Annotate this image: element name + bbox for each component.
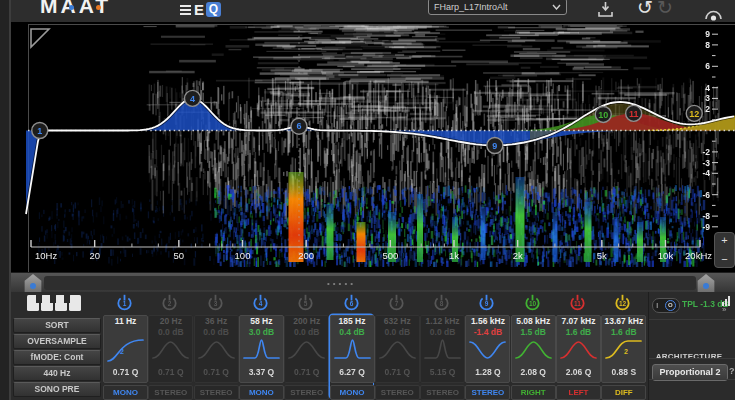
- band-11-channel-button[interactable]: LEFT: [556, 385, 601, 400]
- control-panel: SORTOVERSAMPLEfMODE: Cont440 HzSONO PRE …: [0, 292, 735, 400]
- freq-tick-50: 50: [174, 250, 185, 261]
- band-2-q: 0.71 Q: [149, 367, 192, 378]
- band-10-channel-button[interactable]: RIGHT: [511, 385, 556, 400]
- band-5-channel-button[interactable]: STEREO: [284, 385, 329, 400]
- band-10-panel[interactable]: 5.08 kHz1.5 dB2.08 Q: [511, 315, 556, 383]
- band-10-frequency: 5.08 kHz: [512, 316, 555, 327]
- band-9-power-button[interactable]: 9: [478, 294, 495, 311]
- save-preset-icon[interactable]: [597, 2, 614, 18]
- band-6-panel[interactable]: 185 Hz0.4 dB6.27 Q: [330, 315, 375, 383]
- band-12-frequency: 13.67 kHz: [602, 316, 645, 327]
- band-5-panel[interactable]: 200 Hz0.0 dB0.71 Q: [284, 315, 329, 383]
- freq-tick-20kHz: 20kHz: [685, 250, 712, 261]
- monitor-listen-icon[interactable]: [704, 6, 723, 21]
- scrollbar-track[interactable]: [44, 276, 696, 290]
- frequency-range-scrollbar[interactable]: •••••: [0, 272, 735, 294]
- band-3-panel[interactable]: 36 Hz0.0 dB0.71 Q: [194, 315, 239, 383]
- band-8-channel-button[interactable]: STEREO: [420, 385, 465, 400]
- band-8-curve-icon: [423, 337, 462, 363]
- band-3-power-button[interactable]: 3: [207, 294, 224, 311]
- svg-text:10: 10: [598, 110, 608, 120]
- freq-tick-5k: 5k: [597, 250, 607, 261]
- svg-text:11: 11: [574, 300, 581, 307]
- eq-handle-10[interactable]: 10: [595, 106, 611, 122]
- band-11-panel[interactable]: 7.07 kHz1.6 dB2.06 Q: [556, 315, 601, 383]
- db-tick--3: -3: [702, 158, 710, 168]
- band-9-body: 1.56 kHz-1.4 dB1.28 QSTEREO: [465, 315, 508, 398]
- band-8-panel[interactable]: 1.12 kHz0.0 dB5.15 Q: [420, 315, 465, 383]
- svg-text:12: 12: [689, 109, 699, 119]
- freq-tick-2k: 2k: [513, 250, 523, 261]
- band-7-q: 0.71 Q: [376, 367, 419, 378]
- db-tick--9: -9: [702, 222, 710, 232]
- eq-handle-12[interactable]: 12: [686, 105, 702, 121]
- band-9-panel[interactable]: 1.56 kHz-1.4 dB1.28 Q: [465, 315, 510, 383]
- eq-handle-1[interactable]: 1: [32, 123, 48, 139]
- band-4-curve-icon: [242, 337, 281, 363]
- band-5-power-button[interactable]: 5: [297, 294, 314, 311]
- eq-handle-11[interactable]: 11: [626, 105, 642, 121]
- window-edge-strip: [0, 0, 11, 400]
- band-12-panel[interactable]: 13.67 kHz1.6 dB20.88 S: [601, 315, 646, 383]
- band-4-power-button[interactable]: 4: [252, 294, 269, 311]
- band-2-panel[interactable]: 20 Hz0.0 dB0.71 Q: [148, 315, 193, 383]
- band-1-panel[interactable]: 11 Hz20.71 Q: [103, 315, 148, 383]
- zoom-in-button[interactable]: +: [715, 233, 734, 248]
- redo-icon[interactable]: ↻: [657, 0, 673, 19]
- eq-band-1: 111 Hz20.71 QMONO: [103, 292, 146, 398]
- band-2-power-button[interactable]: 2: [161, 294, 178, 311]
- band-7-power-button[interactable]: 7: [388, 294, 405, 311]
- band-4-panel[interactable]: 58 Hz3.0 dB3.37 Q: [239, 315, 284, 383]
- db-tick-4: 4: [705, 83, 710, 93]
- corner-triangle-icon[interactable]: [31, 29, 49, 47]
- band-6-frequency: 185 Hz: [331, 316, 374, 327]
- band-3-q: 0.71 Q: [195, 367, 238, 378]
- range-handle-left[interactable]: [22, 274, 44, 292]
- band-11-power-button[interactable]: 11: [569, 294, 586, 311]
- band-2-channel-button[interactable]: STEREO: [148, 385, 193, 400]
- eq-band-strip: 111 Hz20.71 QMONO220 Hz0.0 dB0.71 QSTERE…: [0, 292, 735, 400]
- eq-band-4: 458 Hz3.0 dB3.37 QMONO: [239, 292, 282, 398]
- band-1-power-button[interactable]: 1: [116, 294, 133, 311]
- theq-product-logo: E Q: [180, 1, 221, 18]
- band-4-frequency: 58 Hz: [240, 316, 283, 327]
- band-4-body: 58 Hz3.0 dB3.37 QMONO: [239, 315, 282, 398]
- eq-band-8: 81.12 kHz0.0 dB5.15 QSTEREO: [420, 292, 463, 398]
- band-1-channel-button[interactable]: MONO: [103, 385, 148, 400]
- expand-meters-icon[interactable]: »: [722, 305, 725, 314]
- band-12-channel-button[interactable]: DIFF: [601, 385, 646, 400]
- preset-name: FHarp_L17IntroAlt: [434, 2, 508, 12]
- band-6-channel-button[interactable]: MONO: [330, 385, 375, 400]
- db-tick--6: -6: [702, 190, 710, 200]
- maat-logo: MAAT: [40, 0, 111, 18]
- band-4-channel-button[interactable]: MONO: [239, 385, 284, 400]
- band-7-channel-button[interactable]: STEREO: [375, 385, 420, 400]
- eq-handle-9[interactable]: 9: [487, 137, 503, 153]
- range-drag-dots[interactable]: •••••: [327, 279, 356, 288]
- preset-select[interactable]: FHarp_L17IntroAlt: [428, 0, 567, 15]
- eq-handle-4[interactable]: 4: [184, 90, 200, 106]
- freq-tick-100: 100: [235, 250, 251, 261]
- band-3-channel-button[interactable]: STEREO: [194, 385, 239, 400]
- eq-band-10: 105.08 kHz1.5 dB2.08 QRIGHT: [511, 292, 554, 398]
- band-8-power-button[interactable]: 8: [433, 294, 450, 311]
- undo-icon[interactable]: ↺: [637, 0, 653, 19]
- band-1-curve-icon: 2: [106, 337, 145, 363]
- io-tpl-row: I O TPL -1.3 dB »: [649, 292, 735, 319]
- band-11-frequency: 7.07 kHz: [557, 316, 600, 327]
- db-tick--8: -8: [702, 211, 710, 221]
- range-handle-right[interactable]: [695, 274, 717, 292]
- zoom-out-button[interactable]: −: [715, 252, 734, 267]
- band-7-panel[interactable]: 632 Hz0.0 dB0.71 Q: [375, 315, 420, 383]
- band-10-power-button[interactable]: 10: [524, 294, 541, 311]
- svg-text:4: 4: [259, 300, 263, 307]
- gain-out-row[interactable]: GAIN OUT 0.0 dB: [649, 379, 735, 400]
- band-9-channel-button[interactable]: STEREO: [465, 385, 510, 400]
- band-6-power-button[interactable]: 6: [343, 294, 360, 311]
- io-toggle[interactable]: I O: [652, 298, 680, 313]
- band-12-power-button[interactable]: 12: [614, 294, 631, 311]
- eq-handle-6[interactable]: 6: [291, 118, 307, 134]
- db-zoom-control: + −: [714, 232, 735, 268]
- band-7-curve-icon: [378, 337, 417, 363]
- band-8-body: 1.12 kHz0.0 dB5.15 QSTEREO: [420, 315, 463, 398]
